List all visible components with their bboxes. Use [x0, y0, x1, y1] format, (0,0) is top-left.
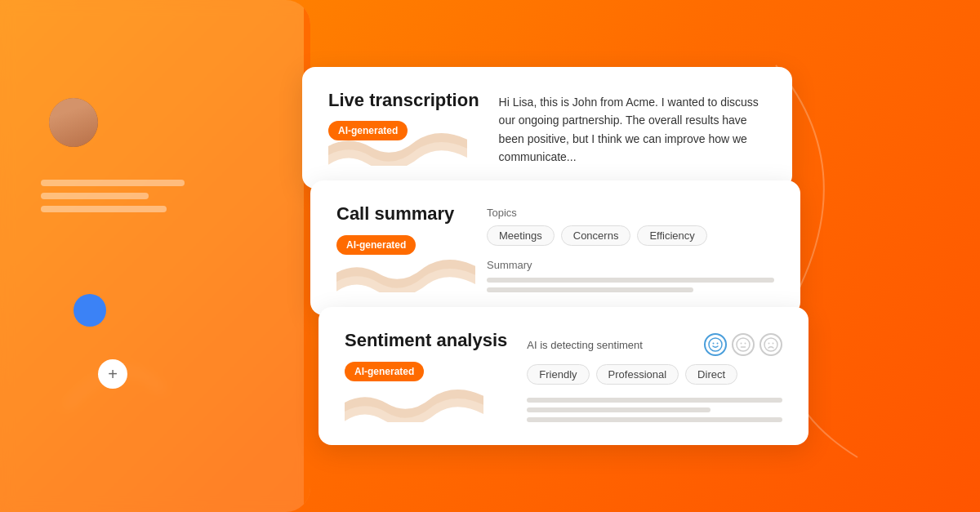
- summary-title: Call summary: [336, 203, 467, 225]
- sad-face-icon: [764, 337, 778, 352]
- svg-point-9: [773, 343, 774, 345]
- summary-line-1: [487, 278, 774, 283]
- svg-point-3: [737, 338, 750, 351]
- wave-decoration-1: [328, 121, 467, 166]
- detail-line-2: [527, 407, 710, 412]
- cards-container: Live transcription AI-generated Hi Lisa,…: [302, 67, 808, 446]
- transcription-text: Hi Lisa, this is John from Acme. I wante…: [499, 93, 766, 167]
- emoji-neutral: [732, 333, 755, 356]
- emoji-sad: [760, 333, 782, 356]
- left-panel: +: [0, 0, 310, 512]
- emoji-row: [704, 333, 782, 356]
- detail-line-3: [527, 417, 782, 422]
- summary-line-2: [487, 287, 693, 292]
- svg-point-8: [768, 343, 770, 345]
- tag-direct: Direct: [685, 364, 737, 385]
- transcription-title: Live transcription: [328, 90, 479, 111]
- neutral-face-icon: [736, 337, 751, 352]
- detail-line-1: [527, 398, 782, 403]
- svg-point-4: [741, 343, 742, 345]
- status-indicator: [74, 294, 106, 327]
- tag-meetings: Meetings: [487, 225, 555, 246]
- sentiment-tags: Friendly Professional Direct: [527, 364, 782, 385]
- wave-decoration-3: [345, 377, 483, 422]
- wave-decoration-2: [336, 247, 475, 292]
- tag-efficiency: Efficiency: [637, 225, 706, 246]
- sentiment-analysis-card: Sentiment analysis AI-generated AI is de…: [318, 307, 808, 445]
- call-summary-card: Call summary AI-generated Topics Meeting…: [310, 180, 800, 315]
- summary-content: Topics Meetings Concerns Efficiency Summ…: [487, 203, 774, 292]
- summary-lines: [487, 278, 774, 292]
- card-left-transcription: Live transcription AI-generated: [328, 90, 479, 167]
- avatar: [49, 98, 98, 147]
- sentiment-detecting-label: AI is detecting sentiment: [527, 339, 643, 351]
- tag-friendly: Friendly: [527, 364, 589, 385]
- svg-point-0: [709, 338, 722, 351]
- sentiment-content: AI is detecting sentiment: [527, 330, 782, 422]
- svg-point-2: [717, 343, 719, 345]
- sentiment-title: Sentiment analysis: [345, 330, 507, 351]
- card-left-summary: Call summary AI-generated: [336, 203, 467, 292]
- live-transcription-card: Live transcription AI-generated Hi Lisa,…: [302, 67, 792, 189]
- emoji-happy: [704, 333, 727, 356]
- svg-point-7: [764, 338, 777, 351]
- transcription-content: Hi Lisa, this is John from Acme. I wante…: [499, 90, 766, 167]
- add-button[interactable]: +: [98, 359, 127, 389]
- sentiment-detail-lines: [527, 398, 782, 422]
- sentiment-header: AI is detecting sentiment: [527, 333, 782, 356]
- tag-professional: Professional: [596, 364, 679, 385]
- summary-label: Summary: [487, 259, 774, 271]
- svg-point-1: [713, 343, 715, 345]
- card-left-sentiment: Sentiment analysis AI-generated: [345, 330, 507, 422]
- topics-tags: Meetings Concerns Efficiency: [487, 225, 774, 246]
- topics-label: Topics: [487, 207, 774, 219]
- svg-point-5: [745, 343, 746, 345]
- tag-concerns: Concerns: [561, 225, 631, 246]
- happy-face-icon: [708, 337, 723, 352]
